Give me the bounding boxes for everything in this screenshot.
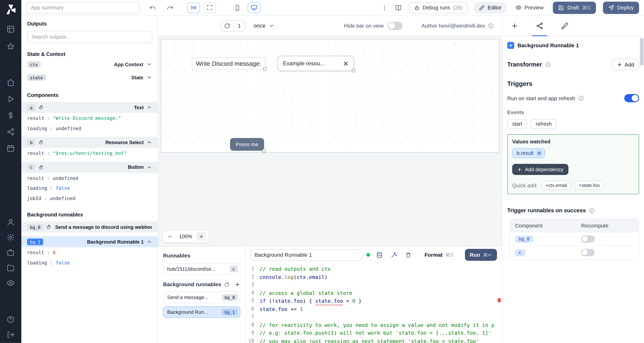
- connections-icon[interactable]: [536, 16, 544, 36]
- event-chip-refresh[interactable]: refresh: [531, 119, 556, 129]
- schedules-icon[interactable]: [6, 144, 15, 152]
- code-editor[interactable]: 1// read outputs and ctx2console.log(ctx…: [246, 263, 502, 343]
- info-icon[interactable]: [545, 62, 551, 68]
- chevron-up-icon[interactable]: [147, 164, 152, 170]
- add-runnable-button[interactable]: [234, 282, 240, 288]
- favorites-star-icon[interactable]: [6, 42, 15, 50]
- info-icon[interactable]: [589, 208, 595, 214]
- refresh-group[interactable]: 1: [220, 20, 245, 32]
- code-line[interactable]: 3: [246, 281, 502, 289]
- run-on-start-toggle[interactable]: [624, 94, 639, 102]
- recompute-toggle-c[interactable]: [581, 249, 595, 256]
- info-icon[interactable]: [578, 95, 584, 101]
- docs-book-icon[interactable]: [394, 4, 402, 11]
- clear-x-icon[interactable]: [343, 60, 349, 66]
- windmill-logo[interactable]: [5, 4, 16, 15]
- home-icon[interactable]: [6, 78, 15, 86]
- app-summary-input[interactable]: [26, 2, 140, 13]
- code-line[interactable]: 5if (!state.foo) { state.foo = 0 }: [246, 297, 502, 305]
- hand-pointer-icon[interactable]: [46, 224, 52, 230]
- component-chip-c[interactable]: c: [515, 249, 525, 256]
- bg0-row[interactable]: bg_0 Send a message to discord using web…: [21, 221, 158, 232]
- format-button[interactable]: Format ⌘S: [422, 251, 456, 258]
- event-chip-start[interactable]: start: [507, 119, 527, 129]
- fullscreen-icon[interactable]: [203, 2, 216, 13]
- ai-wand-icon[interactable]: [390, 252, 397, 258]
- info-icon[interactable]: [488, 23, 494, 28]
- chevron-up-icon[interactable]: [147, 239, 152, 244]
- resize-handle[interactable]: [263, 68, 266, 71]
- code-line[interactable]: 4// access a global state store: [246, 289, 502, 297]
- hand-pointer-icon[interactable]: [39, 164, 44, 170]
- folders-icon[interactable]: [6, 264, 15, 272]
- chevron-up-icon[interactable]: [147, 105, 152, 110]
- delete-trash-icon[interactable]: [405, 252, 411, 258]
- add-dependency-button[interactable]: Add dependency: [512, 164, 568, 175]
- refresh-icon[interactable]: [221, 20, 233, 31]
- draft-button[interactable]: Draft ⌘S: [553, 2, 596, 14]
- apps-icon[interactable]: [6, 25, 15, 33]
- resize-handle[interactable]: [262, 149, 266, 152]
- chevron-down-icon[interactable]: [147, 75, 152, 80]
- component-chip-bg0[interactable]: bg_0: [515, 236, 534, 242]
- variables-icon[interactable]: [6, 111, 15, 120]
- scrollbar-thumb[interactable]: [640, 38, 644, 66]
- code-line[interactable]: 7: [246, 313, 502, 321]
- component-b-header[interactable]: b Resource Select: [21, 137, 158, 148]
- hide-bar-toggle[interactable]: [388, 22, 402, 30]
- code-line[interactable]: 8// for reactivity to work, you need to …: [246, 321, 502, 329]
- resource-select-component[interactable]: Example resou...: [278, 56, 354, 71]
- remove-dependency-x-icon[interactable]: [536, 150, 542, 156]
- styling-brush-icon[interactable]: [561, 16, 568, 36]
- chevron-up-icon[interactable]: [147, 140, 152, 145]
- settings-gear-icon[interactable]: [6, 233, 15, 242]
- code-line[interactable]: 10// you may also just reassign as next …: [246, 337, 502, 343]
- insert-plus-icon[interactable]: [511, 16, 518, 36]
- code-line[interactable]: 2console.log(ctx.email): [246, 273, 502, 281]
- run-button[interactable]: Run ⌘↵: [465, 249, 497, 261]
- zoom-in-button[interactable]: +: [197, 232, 206, 241]
- preview-tab-button[interactable]: Preview: [513, 4, 546, 11]
- user-icon[interactable]: [6, 218, 15, 226]
- workers-briefcase-icon[interactable]: [6, 248, 15, 257]
- state-row[interactable]: state State: [21, 72, 158, 83]
- canvas[interactable]: Write Discord message: Example resou... …: [158, 36, 502, 246]
- deploy-button[interactable]: Deploy: [603, 2, 639, 14]
- code-line[interactable]: 6state.foo += 1: [246, 305, 502, 313]
- hand-pointer-icon[interactable]: [39, 105, 44, 110]
- code-line[interactable]: 1// read outputs and ctx: [246, 265, 502, 273]
- add-transformer-button[interactable]: Add: [612, 59, 639, 70]
- hand-pointer-icon[interactable]: [39, 140, 44, 145]
- runs-icon[interactable]: [6, 95, 15, 103]
- debug-runs-button[interactable]: Debug runs (26): [409, 2, 467, 13]
- ctx-row[interactable]: ctx App Context: [21, 58, 158, 70]
- desktop-view-icon[interactable]: [248, 2, 260, 13]
- component-a-header[interactable]: a Text: [21, 102, 158, 113]
- resources-icon[interactable]: [6, 128, 15, 136]
- runnable-item-hub[interactable]: hub/1511/discord/se... c: [163, 263, 240, 275]
- quick-add-state-foo[interactable]: +state.foo: [575, 181, 604, 190]
- center-canvas-icon[interactable]: [187, 2, 200, 13]
- editor-tab-button[interactable]: Editor: [474, 2, 506, 13]
- app-artboard[interactable]: Write Discord message: Example resou... …: [161, 39, 500, 153]
- watched-dependency-chip[interactable]: b.result: [512, 148, 545, 158]
- audit-eye-icon[interactable]: [6, 279, 15, 287]
- code-line[interactable]: 9// e.g: state.foo.push(1) will not work…: [246, 329, 502, 337]
- text-component[interactable]: Write Discord message:: [192, 58, 265, 70]
- press-me-button[interactable]: Press me: [230, 138, 264, 151]
- frequency-select[interactable]: once: [251, 22, 277, 29]
- undo-icon[interactable]: [150, 4, 156, 11]
- recompute-toggle-bg0[interactable]: [581, 235, 595, 243]
- quick-add-ctx-email[interactable]: +ctx.email: [542, 181, 571, 190]
- runnable-item-bg0[interactable]: Send a message... bg_0: [163, 292, 240, 303]
- cache-database-icon[interactable]: [376, 252, 383, 258]
- bg1-row-selected[interactable]: bg_1 Background Runnable 1: [21, 236, 158, 247]
- zoom-out-button[interactable]: −: [166, 232, 174, 241]
- help-icon[interactable]: [6, 316, 15, 324]
- component-c-header[interactable]: c Button: [21, 162, 158, 172]
- kebab-menu-icon[interactable]: [381, 4, 388, 11]
- resize-handle[interactable]: [352, 69, 355, 72]
- redo-icon[interactable]: [167, 4, 173, 11]
- chevron-down-icon[interactable]: [147, 62, 152, 67]
- mobile-view-icon[interactable]: [234, 4, 240, 11]
